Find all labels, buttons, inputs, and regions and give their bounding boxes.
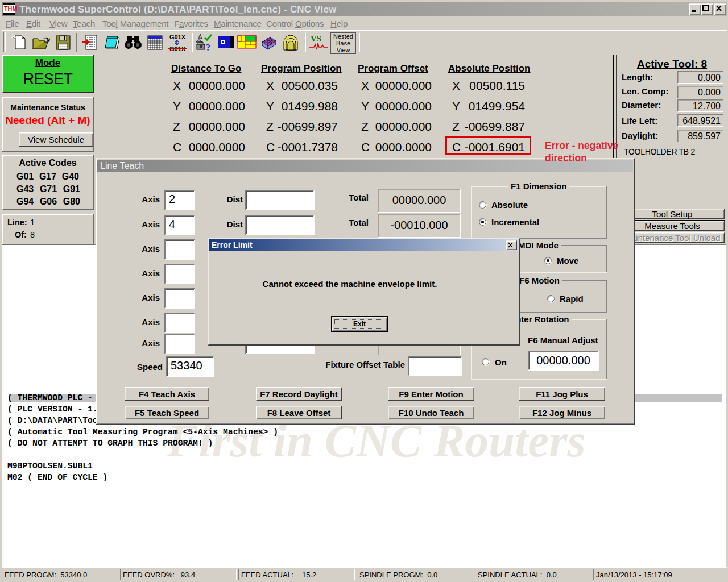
svg-text:?: ? bbox=[206, 43, 210, 52]
svg-text:G01X: G01X bbox=[169, 34, 186, 40]
svg-text:VS: VS bbox=[311, 34, 321, 43]
